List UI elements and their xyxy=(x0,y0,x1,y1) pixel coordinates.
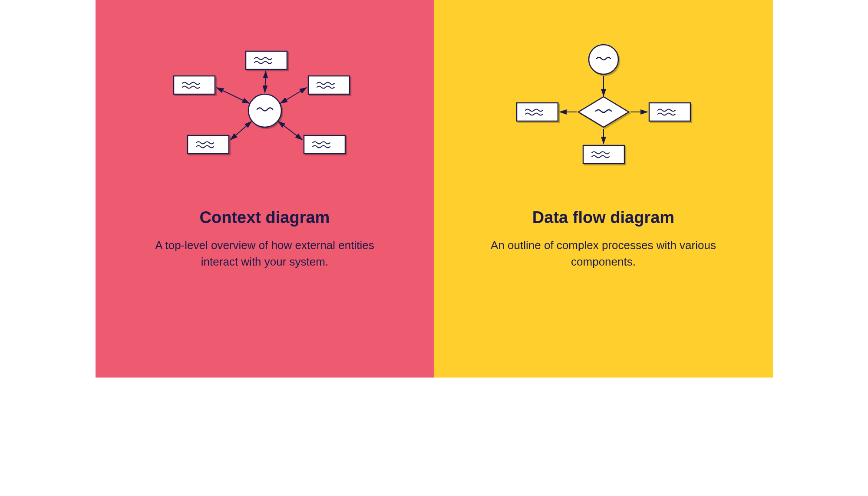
connector-arrow xyxy=(281,88,307,103)
comparison-container: Context diagram A top-level overview of … xyxy=(96,0,773,378)
data-flow-diagram-svg xyxy=(504,41,703,176)
context-diagram-svg xyxy=(165,43,365,174)
connector-arrow xyxy=(217,88,249,103)
data-flow-diagram-panel: Data flow diagram An outline of complex … xyxy=(434,0,773,378)
entity-rect-bottom xyxy=(583,145,624,164)
context-diagram-title: Context diagram xyxy=(200,208,330,227)
connector-arrow xyxy=(265,71,266,92)
entity-rect-top xyxy=(246,51,287,69)
entity-rect-left xyxy=(517,103,558,121)
connector-arrow xyxy=(231,122,251,140)
data-flow-diagram-illustration xyxy=(460,35,747,182)
context-diagram-panel: Context diagram A top-level overview of … xyxy=(96,0,434,378)
entity-rect-right xyxy=(649,103,690,121)
entity-rect-bottom-left xyxy=(188,135,229,154)
context-diagram-description: A top-level overview of how external ent… xyxy=(152,237,378,270)
context-diagram-illustration xyxy=(122,35,408,182)
data-flow-diagram-title: Data flow diagram xyxy=(532,208,674,227)
entity-rect-left xyxy=(174,76,215,94)
connector-arrow xyxy=(278,122,302,140)
entity-rect-right xyxy=(308,76,350,94)
data-flow-diagram-description: An outline of complex processes with var… xyxy=(491,237,716,270)
entity-rect-bottom-right xyxy=(304,135,345,154)
